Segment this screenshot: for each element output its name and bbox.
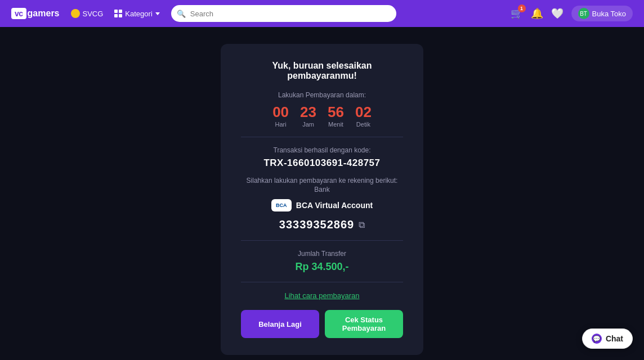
- bank-logo: BCA: [271, 199, 292, 212]
- btn-row: Belanja Lagi Cek Status Pembayaran: [241, 310, 403, 338]
- main-content: Yuk, buruan selesaikan pembayaranmu! Lak…: [0, 27, 644, 360]
- transaction-code: TRX-1660103691-428757: [241, 158, 403, 169]
- divider-1: [241, 137, 403, 137]
- payment-card: Yuk, buruan selesaikan pembayaranmu! Lak…: [221, 44, 423, 355]
- cart-button[interactable]: 🛒 1: [511, 7, 523, 20]
- account-number: 33339352869: [279, 218, 354, 231]
- svcg-label: SVCG: [83, 10, 104, 18]
- timer-label: Lakukan Pembayaran dalam:: [241, 91, 403, 99]
- timer-jam: 23 Jam: [300, 105, 316, 128]
- notification-button[interactable]: 🔔: [531, 7, 543, 20]
- belanja-lagi-button[interactable]: Belanja Lagi: [241, 310, 319, 338]
- timer-menit-label: Menit: [328, 121, 343, 128]
- timer-detik-value: 02: [355, 105, 372, 119]
- account-number-row: 33339352869 ⧉: [241, 218, 403, 231]
- chat-label: Chat: [606, 334, 623, 343]
- wishlist-button[interactable]: 🤍: [551, 7, 564, 20]
- timer-menit-value: 56: [328, 105, 344, 119]
- transaction-label: Transaksi berhasil dengan kode:: [241, 146, 403, 154]
- user-avatar: BT: [578, 8, 589, 19]
- search-icon: 🔍: [177, 10, 186, 18]
- timer-hari: 00 Hari: [272, 105, 289, 128]
- buka-toko-button[interactable]: BT Buka Toko: [571, 6, 633, 21]
- timer-jam-label: Jam: [302, 121, 314, 128]
- chat-bubble-icon: 💬: [592, 334, 602, 344]
- timer-hari-label: Hari: [275, 121, 287, 128]
- kategori-label: Kategori: [125, 10, 152, 18]
- card-title: Yuk, buruan selesaikan pembayaranmu!: [241, 61, 403, 81]
- bank-row: BCA BCA Virtual Account: [241, 199, 403, 212]
- logo[interactable]: vc gamers: [11, 8, 60, 19]
- logo-gamers: gamers: [28, 8, 60, 19]
- bank-name: BCA Virtual Account: [296, 201, 373, 210]
- lihat-cara-link[interactable]: Lihat cara pembayaran: [241, 291, 403, 300]
- search-input[interactable]: [171, 5, 396, 22]
- nav-kategori[interactable]: Kategori: [114, 10, 159, 18]
- buka-toko-label: Buka Toko: [592, 10, 626, 18]
- chevron-down-icon: [155, 12, 160, 15]
- cart-badge: 1: [518, 4, 526, 12]
- divider-3: [241, 282, 403, 282]
- nav-right: 🛒 1 🔔 🤍 BT Buka Toko: [511, 6, 633, 21]
- timer-hari-value: 00: [272, 105, 289, 119]
- transfer-amount: Rp 34.500,-: [241, 261, 403, 273]
- grid-icon: [114, 10, 122, 17]
- svcg-icon: [71, 9, 80, 18]
- cek-status-button[interactable]: Cek Status Pembayaran: [325, 310, 403, 338]
- payment-info-label: Silahkan lakukan pembayaran ke rekening …: [241, 177, 403, 184]
- timer-detik: 02 Detik: [355, 105, 372, 128]
- divider-2: [241, 240, 403, 241]
- transfer-label: Jumlah Transfer: [241, 250, 403, 258]
- timer-menit: 56 Menit: [328, 105, 344, 128]
- copy-icon[interactable]: ⧉: [359, 220, 365, 230]
- timer-detik-label: Detik: [356, 121, 370, 128]
- navbar: vc gamers SVCG Kategori 🔍 🛒 1 🔔 🤍 BT Buk…: [0, 0, 644, 27]
- logo-vc: vc: [11, 8, 26, 19]
- search-bar[interactable]: 🔍: [171, 5, 396, 22]
- chat-button[interactable]: 💬 Chat: [582, 328, 633, 349]
- timer-row: 00 Hari 23 Jam 56 Menit 02 Detik: [241, 105, 403, 128]
- bank-label: Bank: [241, 186, 403, 194]
- timer-jam-value: 23: [300, 105, 316, 119]
- nav-svcg[interactable]: SVCG: [71, 9, 104, 18]
